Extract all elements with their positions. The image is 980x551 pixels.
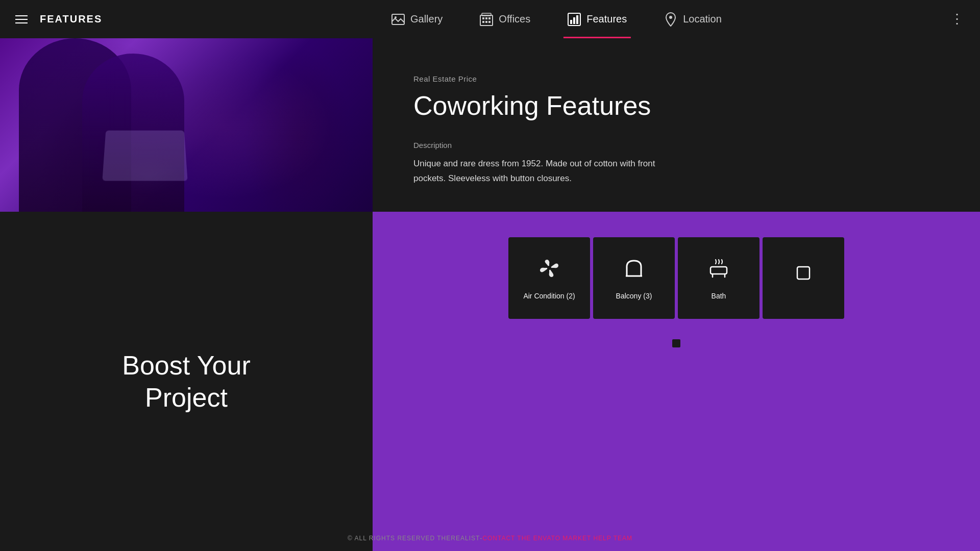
nav-item-offices[interactable]: Offices <box>461 0 549 38</box>
nav-label-gallery: Gallery <box>410 13 443 25</box>
feature-cards-container: Air Condition (2) Balcony (3) <box>508 237 844 319</box>
bathtub-icon <box>707 257 730 284</box>
svg-rect-20 <box>797 267 810 279</box>
feature-card-4[interactable] <box>763 237 844 319</box>
bath-label: Bath <box>712 292 726 300</box>
nav-label-offices: Offices <box>499 13 530 25</box>
description-text: Unique and rare dress from 1952. Made ou… <box>413 157 669 186</box>
svg-rect-4 <box>485 17 487 19</box>
description-label: Description <box>413 141 939 149</box>
boost-line1: Boost Your <box>122 350 251 380</box>
feature-card-air-condition[interactable]: Air Condition (2) <box>508 237 590 319</box>
brand-title: FEATURES <box>40 13 102 25</box>
svg-rect-2 <box>480 15 493 26</box>
building-icon <box>479 12 494 27</box>
svg-rect-13 <box>576 15 578 24</box>
more-button[interactable]: ⋮ <box>944 0 970 38</box>
nav-label-location: Location <box>683 13 722 25</box>
nav-right: Gallery Offices <box>373 0 944 38</box>
svg-point-14 <box>669 16 672 19</box>
laptop-prop <box>103 131 188 181</box>
nav-item-location[interactable]: Location <box>645 0 740 38</box>
svg-rect-9 <box>482 13 491 16</box>
svg-rect-11 <box>570 20 572 24</box>
footer-link[interactable]: CONTACT THE ENVATO MARKET HELP TEAM <box>482 535 632 542</box>
lower-left-panel: Boost Your Project <box>0 212 373 551</box>
svg-point-15 <box>547 266 551 270</box>
pin-icon <box>664 12 678 27</box>
footer: © ALL RIGHTS RESERVED THEREALIST - CONTA… <box>0 525 980 551</box>
chart-icon <box>567 12 581 27</box>
nav-label-features: Features <box>586 13 627 25</box>
nav-left: FEATURES <box>0 13 373 25</box>
subtitle-label: Real Estate Price <box>413 74 939 83</box>
svg-rect-3 <box>482 17 484 19</box>
svg-rect-8 <box>488 21 491 23</box>
nav-item-features[interactable]: Features <box>549 0 645 38</box>
lower-right-panel: Air Condition (2) Balcony (3) <box>373 212 980 551</box>
lower-section: Boost Your Project Air Condition ( <box>0 212 980 551</box>
balcony-label: Balcony (3) <box>616 292 652 300</box>
svg-rect-17 <box>710 267 727 274</box>
navbar: FEATURES Gallery <box>0 0 980 38</box>
main-title: Coworking Features <box>413 91 939 120</box>
footer-copyright: © ALL RIGHTS RESERVED THEREALIST <box>348 535 480 542</box>
hamburger-button[interactable] <box>15 15 28 23</box>
svg-rect-12 <box>573 17 575 24</box>
svg-rect-7 <box>485 21 487 23</box>
dot-indicator <box>672 339 680 347</box>
boost-text: Boost Your Project <box>122 349 251 413</box>
feature-card-bath[interactable]: Bath <box>678 237 760 319</box>
svg-rect-6 <box>482 21 484 23</box>
boost-line2: Project <box>145 383 228 412</box>
air-condition-label: Air Condition (2) <box>523 292 575 300</box>
right-panel-top: Real Estate Price Coworking Features Des… <box>373 38 980 212</box>
svg-rect-5 <box>488 17 491 19</box>
square-icon <box>796 263 811 285</box>
nav-item-gallery[interactable]: Gallery <box>373 0 461 38</box>
feature-card-balcony[interactable]: Balcony (3) <box>593 237 675 319</box>
dot-1[interactable] <box>672 339 680 347</box>
arch-icon <box>623 257 645 284</box>
image-icon <box>391 12 405 27</box>
fan-icon <box>538 257 560 284</box>
